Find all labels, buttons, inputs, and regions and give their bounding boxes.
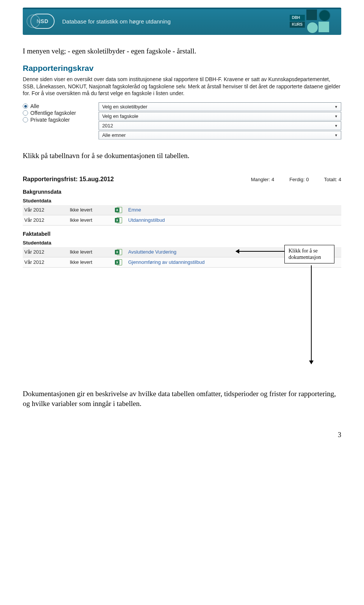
arrow-left [236, 251, 285, 252]
cell-semester: Vår 2012 [24, 249, 66, 255]
cell-status: Ikke levert [70, 259, 111, 265]
rapporteringskrav-heading: Rapporteringskrav [23, 64, 341, 73]
radio-private[interactable]: Private fagskoler [23, 117, 76, 123]
link-emne[interactable]: Emne [128, 207, 141, 213]
header-banner: NSD Database for statistikk om høgre utd… [23, 8, 341, 35]
filter-area: Alle Offentlige fagskoler Private fagsko… [23, 102, 341, 139]
radio-label: Alle [30, 103, 39, 109]
select-fagskole[interactable]: Velg en fagskole ▼ [99, 112, 341, 121]
radio-label: Private fagskoler [30, 117, 70, 123]
click-instruction: Klikk på tabellnavn for å se dokumentasj… [23, 151, 341, 161]
header-right-logo: DBH KURS [290, 8, 341, 35]
select-value: Velg en skoletilbyder [102, 104, 147, 110]
select-value: Alle emner [102, 132, 126, 138]
page-number: 3 [23, 431, 341, 439]
chevron-down-icon: ▼ [334, 105, 338, 109]
select-year[interactable]: 2012 ▼ [99, 121, 341, 130]
radio-offentlige[interactable]: Offentlige fagskoler [23, 110, 76, 116]
cell-semester: Vår 2012 [24, 259, 66, 265]
ferdig-stat: Ferdig: 0 [289, 177, 309, 182]
arrow-down [311, 265, 312, 364]
logo-shape [306, 22, 318, 34]
link-gjennomforing[interactable]: Gjennomføring av utdanningstilbud [128, 259, 205, 265]
select-skoletilbyder[interactable]: Velg en skoletilbyder ▼ [99, 102, 341, 111]
dbh-badge: DBH [290, 15, 305, 21]
logo-shape [318, 22, 329, 32]
radio-label: Offentlige fagskoler [30, 110, 76, 116]
logo-shape [306, 9, 317, 20]
callout-wrap: Vår 2012 Ikke levert Avsluttende Vurderi… [23, 247, 341, 268]
cell-status: Ikke levert [70, 249, 111, 255]
kurs-badge: KURS [290, 22, 305, 28]
mangler-stat: Mangler: 4 [251, 177, 274, 182]
select-value: Velg en fagskole [102, 113, 138, 119]
callout-line1: Klikk for å se [289, 248, 318, 254]
radio-icon [23, 110, 28, 116]
table-row: Vår 2012 Ikke levert Emne [23, 205, 341, 215]
closing-paragraph: Dokumentasjonen gir en beskrivelse av hv… [23, 389, 341, 408]
subcategory-studentdata: Studentdata [23, 198, 341, 204]
radio-group: Alle Offentlige fagskoler Private fagsko… [23, 103, 76, 123]
table-row: Vår 2012 Ikke levert Utdanningstilbud [23, 215, 341, 226]
callout-line2: dokumentasjon [289, 254, 321, 260]
cell-semester: Vår 2012 [24, 217, 66, 223]
chevron-down-icon: ▼ [334, 124, 338, 128]
cell-status: Ikke levert [70, 207, 111, 213]
select-emner[interactable]: Alle emner ▼ [99, 131, 341, 139]
select-value: 2012 [102, 123, 113, 129]
chevron-down-icon: ▼ [334, 114, 338, 118]
link-avsluttende-vurdering[interactable]: Avsluttende Vurdering [128, 249, 176, 255]
radio-icon [23, 103, 28, 109]
intro-text: I menyen velg; - egen skoletilbyder - eg… [23, 46, 341, 56]
chevron-down-icon: ▼ [334, 133, 338, 137]
category-faktatabell: Faktatabell [23, 231, 341, 237]
category-bakgrunnsdata: Bakgrunnsdata [23, 189, 341, 195]
radio-icon [23, 117, 28, 122]
header-decoration [23, 8, 44, 35]
frist-title: Rapporteringsfrist: 15.aug.2012 [23, 176, 114, 183]
excel-icon[interactable] [115, 249, 122, 255]
link-utdanningstilbud[interactable]: Utdanningstilbud [128, 217, 165, 223]
radio-alle[interactable]: Alle [23, 103, 76, 109]
excel-icon[interactable] [115, 207, 122, 213]
rapporteringskrav-paragraph: Denne siden viser en oversikt over data … [23, 76, 341, 97]
header-title: Database for statistikk om høgre utdanni… [62, 18, 171, 25]
status-header: Rapporteringsfrist: 15.aug.2012 Mangler:… [23, 176, 341, 183]
totalt-stat: Totalt: 4 [324, 177, 341, 182]
logo-shape [318, 9, 331, 22]
excel-icon[interactable] [115, 217, 122, 223]
cell-status: Ikke levert [70, 217, 111, 223]
excel-icon[interactable] [115, 259, 122, 265]
callout-box: Klikk for å se dokumentasjon [284, 245, 334, 263]
cell-semester: Vår 2012 [24, 207, 66, 213]
